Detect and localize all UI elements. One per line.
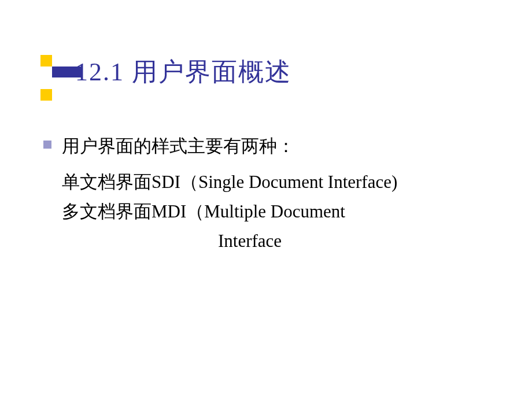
content-line-2: 多文档界面MDI（Multiple Document bbox=[43, 197, 509, 226]
decoration-square-bottom bbox=[40, 89, 52, 101]
content-block: 用户界面的样式主要有两种： 单文档界面SDI（Single Document I… bbox=[0, 101, 532, 256]
line2-cn: 多文档界面 bbox=[62, 201, 152, 221]
decoration-bar bbox=[52, 66, 81, 77]
content-line-1: 单文档界面SDI（Single Document Interface) bbox=[43, 167, 509, 197]
line2-en: MDI（Multiple Document bbox=[152, 201, 345, 221]
slide-container: 12.1 用户界面概述 用户界面的样式主要有两种： 单文档界面SDI（Singl… bbox=[0, 0, 532, 399]
content-line-3: Interface bbox=[43, 226, 509, 256]
bullet-item-1: 用户界面的样式主要有两种： bbox=[43, 132, 509, 160]
bullet-marker-icon bbox=[43, 141, 51, 149]
slide-title: 12.1 用户界面概述 bbox=[69, 55, 532, 89]
title-block: 12.1 用户界面概述 bbox=[0, 0, 532, 101]
line1-en: SDI（Single Document Interface) bbox=[152, 172, 397, 192]
bullet-text-1: 用户界面的样式主要有两种： bbox=[62, 132, 295, 160]
decoration-square-top bbox=[40, 55, 52, 66]
line1-cn: 单文档界面 bbox=[62, 172, 152, 192]
